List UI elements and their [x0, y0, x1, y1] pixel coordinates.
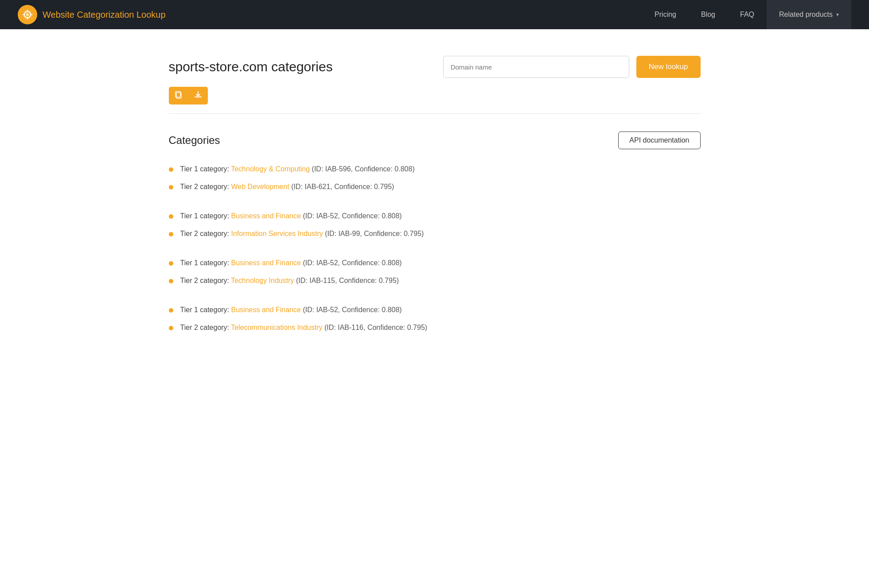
navbar: Website Categorization Lookup Pricing Bl…	[0, 0, 869, 29]
bullet-icon	[169, 167, 173, 172]
domain-input[interactable]	[443, 56, 629, 78]
tier2-meta-3: (ID: IAB-115, Confidence: 0.795)	[294, 277, 399, 284]
tier2-link-1[interactable]: Web Development	[231, 183, 289, 190]
tier1-item-4: Tier 1 category: Business and Finance (I…	[169, 306, 701, 314]
tier1-meta-2: (ID: IAB-52, Confidence: 0.808)	[301, 212, 402, 220]
copy-icon	[175, 91, 183, 101]
nav-related-products-label: Related products	[779, 11, 833, 19]
nav-title-plain: Website Categorization	[43, 10, 134, 19]
categories-title: Categories	[169, 134, 220, 147]
header-actions: New lookup	[443, 56, 701, 78]
tier1-link-1[interactable]: Technology & Computing	[231, 165, 310, 173]
tier1-link-2[interactable]: Business and Finance	[231, 212, 301, 220]
svg-point-2	[27, 14, 29, 16]
api-documentation-button[interactable]: API documentation	[618, 132, 700, 149]
category-group-4: Tier 1 category: Business and Finance (I…	[169, 306, 701, 332]
tier1-item-1: Tier 1 category: Technology & Computing …	[169, 165, 701, 173]
category-group-2: Tier 1 category: Business and Finance (I…	[169, 212, 701, 238]
tier2-item-4: Tier 2 category: Telecommunications Indu…	[169, 324, 701, 332]
tier2-item-2: Tier 2 category: Information Services In…	[169, 230, 701, 238]
tier2-meta-4: (ID: IAB-116, Confidence: 0.795)	[323, 324, 428, 331]
tier2-meta-1: (ID: IAB-621, Confidence: 0.795)	[289, 183, 394, 190]
download-icon	[194, 91, 202, 101]
tier1-meta-1: (ID: IAB-596, Confidence: 0.808)	[310, 165, 415, 173]
nav-related-products[interactable]: Related products ▾	[767, 0, 851, 29]
bullet-icon	[169, 279, 173, 283]
new-lookup-button[interactable]: New lookup	[636, 56, 701, 78]
tier2-link-3[interactable]: Technology Industry	[231, 277, 294, 284]
chevron-down-icon: ▾	[836, 12, 839, 18]
tier2-meta-2: (ID: IAB-99, Confidence: 0.795)	[323, 230, 424, 237]
tier1-item-3: Tier 1 category: Business and Finance (I…	[169, 259, 701, 267]
bullet-icon	[169, 326, 173, 330]
page-title: sports-store.com categories	[169, 59, 333, 74]
tier1-item-2: Tier 1 category: Business and Finance (I…	[169, 212, 701, 220]
bullet-icon	[169, 308, 173, 313]
category-group-1: Tier 1 category: Technology & Computing …	[169, 165, 701, 191]
tier1-meta-4: (ID: IAB-52, Confidence: 0.808)	[301, 306, 402, 313]
tier1-meta-3: (ID: IAB-52, Confidence: 0.808)	[301, 259, 402, 267]
tier2-item-3: Tier 2 category: Technology Industry (ID…	[169, 277, 701, 285]
brand: Website Categorization Lookup	[18, 5, 642, 24]
copy-button[interactable]	[169, 87, 188, 104]
logo	[18, 5, 37, 24]
nav-faq[interactable]: FAQ	[728, 0, 767, 29]
bullet-icon	[169, 261, 173, 266]
bullet-icon	[169, 232, 173, 236]
tier1-link-4[interactable]: Business and Finance	[231, 306, 301, 313]
main-content: sports-store.com categories New lookup	[142, 29, 727, 371]
nav-blog[interactable]: Blog	[689, 0, 728, 29]
tier2-item-1: Tier 2 category: Web Development (ID: IA…	[169, 183, 701, 191]
nav-title-highlight: Lookup	[136, 10, 166, 19]
nav-pricing[interactable]: Pricing	[642, 0, 689, 29]
download-button[interactable]	[188, 87, 208, 104]
bullet-icon	[169, 185, 173, 190]
categories-header: Categories API documentation	[169, 132, 701, 149]
nav-links: Pricing Blog FAQ Related products ▾	[642, 0, 851, 29]
page-header: sports-store.com categories New lookup	[169, 56, 701, 78]
section-divider	[169, 113, 701, 114]
tier1-link-3[interactable]: Business and Finance	[231, 259, 301, 267]
toolbar	[169, 87, 701, 104]
bullet-icon	[169, 214, 173, 219]
tier2-link-4[interactable]: Telecommunications Industry	[231, 324, 322, 331]
category-group-3: Tier 1 category: Business and Finance (I…	[169, 259, 701, 285]
categories-list: Tier 1 category: Technology & Computing …	[169, 165, 701, 332]
nav-title: Website Categorization Lookup	[43, 10, 166, 20]
tier2-link-2[interactable]: Information Services Industry	[231, 230, 323, 237]
